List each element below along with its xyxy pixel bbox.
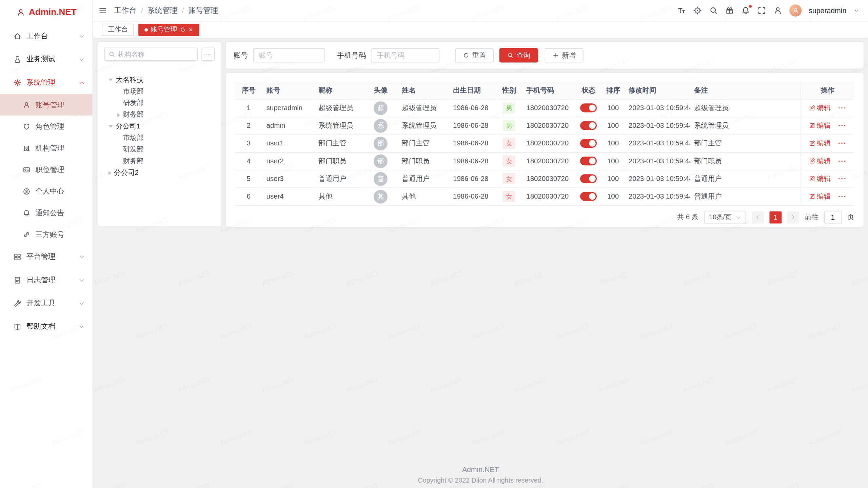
row-avatar: 部 (374, 136, 388, 150)
topbar: 工作台 / 系统管理 / 账号管理 (93, 0, 868, 21)
sidebar-item-dev-tools[interactable]: 开发工具 (0, 291, 93, 315)
gift-icon[interactable] (725, 6, 734, 15)
tree-node[interactable]: 分公司1 (104, 121, 215, 132)
sidebar-item-log-management[interactable]: 日志管理 (0, 268, 93, 292)
sidebar-item-third-party-account[interactable]: 三方账号 (0, 224, 93, 245)
phone-input[interactable] (371, 48, 439, 62)
breadcrumb-item[interactable]: 系统管理 (147, 5, 177, 15)
page-size-select[interactable]: 10条/页 (704, 210, 746, 224)
status-toggle[interactable] (580, 174, 597, 183)
caret-down-icon[interactable] (108, 125, 113, 128)
sidebar-item-position-management[interactable]: 职位管理 (0, 159, 93, 181)
sidebar-item-role-management[interactable]: 角色管理 (0, 116, 93, 137)
username[interactable]: superadmin (809, 6, 846, 15)
tree-node-label: 大名科技 (116, 75, 143, 85)
cell-remark: 部门主管 (690, 135, 801, 152)
user-avatar[interactable] (789, 4, 802, 17)
sidebar-item-label: 职位管理 (35, 165, 64, 175)
cell-name: 部门职员 (397, 152, 449, 170)
sidebar-item-notice[interactable]: 通知公告 (0, 202, 93, 224)
status-toggle[interactable] (580, 121, 597, 130)
goto-page-input[interactable] (824, 210, 842, 224)
sidebar-item-org-management[interactable]: 机构管理 (0, 137, 93, 159)
user-guide-icon[interactable] (773, 6, 782, 15)
sidebar-item-system-management[interactable]: 系统管理 (0, 71, 93, 94)
tree-node[interactable]: 大名科技 (104, 74, 215, 86)
fullscreen-icon[interactable] (757, 6, 766, 15)
notification-bell-icon[interactable] (741, 6, 750, 15)
sidebar-item-personal-center[interactable]: 个人中心 (0, 180, 93, 202)
edit-button[interactable]: 编辑 (809, 174, 831, 183)
edit-button[interactable]: 编辑 (809, 156, 831, 166)
sidebar-item-business-test[interactable]: 业务测试 (0, 47, 93, 71)
tree-node-label: 财务部 (123, 110, 143, 120)
sidebar-item-label: 工作台 (26, 31, 48, 41)
tree-node[interactable]: 研发部 (104, 97, 215, 109)
sidebar-item-workbench[interactable]: 工作台 (0, 24, 93, 48)
sidebar-item-help-docs[interactable]: 帮助文档 (0, 315, 93, 338)
tree-node[interactable]: 市场部 (104, 132, 215, 144)
more-actions-icon[interactable]: ··· (838, 157, 847, 165)
wrench-icon (13, 299, 21, 307)
chevron-down-icon[interactable] (854, 8, 859, 13)
tree-node[interactable]: 分公司2 (104, 167, 215, 179)
locate-icon[interactable] (693, 6, 702, 15)
chevron-down-icon (79, 254, 85, 260)
caret-right-icon[interactable] (117, 113, 120, 117)
logo[interactable]: Admin.NET (0, 0, 93, 24)
breadcrumb-item-current: 账号管理 (188, 5, 218, 15)
edit-button[interactable]: 编辑 (809, 103, 831, 113)
sidebar-item-platform-management[interactable]: 平台管理 (0, 245, 93, 268)
breadcrumb-item[interactable]: 工作台 (114, 5, 136, 15)
more-actions-icon[interactable]: ··· (838, 139, 847, 147)
search-icon (108, 51, 115, 58)
tree-node[interactable]: 财务部 (104, 109, 215, 121)
font-size-icon[interactable] (677, 6, 686, 15)
status-toggle[interactable] (580, 139, 597, 148)
search-icon[interactable] (709, 6, 718, 15)
cell-nickname: 系统管理员 (314, 117, 364, 134)
table-row[interactable]: 1 superadmin 超级管理员 超 超级管理员 1986-06-28 男 … (235, 99, 854, 117)
menu-collapse-icon[interactable] (99, 6, 107, 15)
tab-account-management[interactable]: 账号管理 × (138, 23, 199, 36)
tab-label: 账号管理 (151, 25, 177, 34)
prev-page-button[interactable] (751, 211, 764, 223)
table-row[interactable]: 2 admin 系统管理员 系 系统管理员 1986-06-28 男 18020… (235, 117, 854, 134)
caret-down-icon[interactable] (108, 79, 113, 81)
status-toggle[interactable] (580, 103, 597, 112)
caret-right-icon[interactable] (108, 171, 111, 175)
add-button[interactable]: 新增 (545, 48, 584, 62)
table-row[interactable]: 5 user3 普通用户 普 普通用户 1986-06-28 女 1802003… (235, 170, 854, 187)
edit-button[interactable]: 编辑 (809, 192, 831, 201)
more-actions-icon[interactable]: ··· (838, 192, 847, 200)
search-button[interactable]: 查询 (499, 48, 538, 62)
account-input[interactable] (253, 48, 325, 62)
edit-button[interactable]: 编辑 (809, 139, 831, 148)
table-row[interactable]: 3 user1 部门主管 部 部门主管 1986-06-28 女 1802003… (235, 135, 854, 152)
row-avatar: 普 (374, 172, 388, 186)
page-number-current[interactable]: 1 (769, 211, 782, 223)
more-actions-icon[interactable]: ··· (838, 175, 847, 183)
gender-badge: 女 (502, 191, 515, 202)
tab-workbench[interactable]: 工作台 (102, 23, 134, 36)
close-icon[interactable]: × (189, 26, 193, 33)
more-actions-icon[interactable]: ··· (838, 122, 847, 129)
cell-nickname: 超级管理员 (314, 99, 364, 117)
org-more-button[interactable]: ··· (201, 47, 215, 61)
edit-button[interactable]: 编辑 (809, 121, 831, 130)
tree-node[interactable]: 研发部 (104, 144, 215, 155)
table-row[interactable]: 4 user2 部门职员 部 部门职员 1986-06-28 女 1802003… (235, 152, 854, 170)
org-search-input[interactable] (118, 50, 193, 58)
pagination: 共 6 条 10条/页 1 前往 页 (235, 210, 854, 224)
tree-node[interactable]: 财务部 (104, 156, 215, 167)
status-toggle[interactable] (580, 157, 597, 165)
sidebar-item-account-management[interactable]: 账号管理 (0, 94, 93, 116)
reset-button[interactable]: 重置 (455, 48, 494, 62)
tree-node[interactable]: 市场部 (104, 86, 215, 97)
refresh-icon[interactable] (180, 26, 186, 33)
status-toggle[interactable] (580, 192, 597, 201)
cell-name: 系统管理员 (397, 117, 449, 134)
next-page-button[interactable] (787, 211, 799, 223)
table-row[interactable]: 6 user4 其他 其 其他 1986-06-28 女 18020030720… (235, 187, 854, 205)
more-actions-icon[interactable]: ··· (838, 104, 847, 112)
